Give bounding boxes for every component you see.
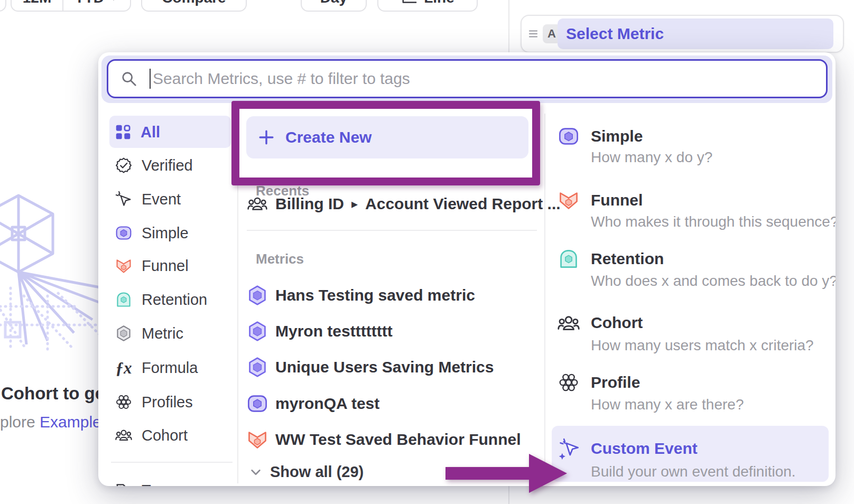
sidebar-divider bbox=[111, 462, 233, 463]
sidebar-item-metric[interactable]: Metric bbox=[107, 318, 234, 349]
sidebar-item-verified[interactable]: Verified bbox=[107, 150, 234, 181]
sidebar-item-funnel[interactable]: Funnel bbox=[107, 250, 234, 281]
background-subline-gray: plore bbox=[0, 413, 40, 431]
saved-metric-name: Myron testttttttt bbox=[275, 322, 393, 340]
sidebar-item-label: Simple bbox=[142, 225, 189, 242]
type-profile-desc: How many x are there? bbox=[591, 396, 744, 414]
chart-type-label: Line bbox=[424, 0, 454, 6]
sidebar-item-label: Formula bbox=[142, 359, 198, 377]
sidebar-item-label: Tags bbox=[142, 482, 174, 487]
select-metric-placeholder: Select Metric bbox=[566, 25, 664, 43]
saved-metric-row[interactable]: Hans Testing saved metric bbox=[247, 282, 537, 309]
sidebar-item-simple[interactable]: Simple bbox=[107, 218, 234, 248]
chart-type-button[interactable]: Line bbox=[377, 0, 478, 12]
sidebar-item-label: Retention bbox=[142, 291, 207, 309]
retention-icon bbox=[115, 291, 132, 308]
type-funnel[interactable]: Funnel bbox=[591, 190, 643, 210]
saved-metric-row[interactable]: WW Test Saved Behavior Funnel bbox=[247, 426, 537, 453]
sidebar-item-profiles[interactable]: Profiles bbox=[107, 387, 234, 417]
saved-metric-name: WW Test Saved Behavior Funnel bbox=[275, 431, 521, 449]
show-all-button[interactable]: Show all (29) bbox=[250, 463, 364, 481]
profiles-cluster-icon bbox=[557, 372, 580, 393]
simple-metric-icon bbox=[115, 225, 132, 241]
list-types-divider bbox=[544, 114, 545, 483]
granularity-button[interactable]: Day bbox=[301, 0, 367, 12]
search-input[interactable] bbox=[153, 70, 826, 88]
type-custom-event-desc: Build your own event definition. bbox=[591, 463, 796, 481]
select-metric-field[interactable]: Select Metric bbox=[558, 18, 833, 49]
sidebar-item-label: Funnel bbox=[142, 257, 189, 275]
type-profile[interactable]: Profile bbox=[591, 372, 640, 393]
search-bar bbox=[107, 59, 828, 98]
sidebar-item-retention[interactable]: Retention bbox=[107, 284, 234, 315]
event-cursor-icon bbox=[115, 191, 132, 208]
saved-metric-row[interactable]: Unique Users Saving Metrics bbox=[247, 353, 537, 381]
saved-metric-name: Unique Users Saving Metrics bbox=[275, 358, 494, 376]
sidebar-item-label: Profiles bbox=[142, 394, 193, 411]
annotation-arrow-shaft bbox=[445, 467, 530, 480]
annotation-rectangle bbox=[231, 101, 540, 185]
sidebar-item-cohort[interactable]: Cohort bbox=[107, 420, 234, 451]
text-caret bbox=[150, 69, 151, 89]
recent-item-prefix: Billing ID bbox=[275, 195, 344, 213]
sidebar-item-label: Cohort bbox=[142, 427, 188, 444]
type-cohort-desc: How many users match x criteria? bbox=[591, 337, 814, 354]
sidebar-item-all[interactable]: All bbox=[107, 117, 234, 147]
drag-handle-icon[interactable] bbox=[528, 29, 539, 39]
funnel-icon bbox=[557, 190, 580, 211]
range-ytd-button[interactable]: YTD bbox=[63, 0, 130, 11]
cohort-people-icon bbox=[247, 194, 267, 214]
recent-item-suffix: Account Viewed Report ... bbox=[365, 195, 561, 213]
tag-icon bbox=[115, 482, 132, 486]
sidebar-item-formula[interactable]: ƒx Formula bbox=[107, 352, 234, 383]
empty-state-illustration bbox=[0, 174, 107, 360]
type-custom-event[interactable]: Custom Event bbox=[591, 438, 698, 459]
search-icon bbox=[121, 71, 137, 87]
type-funnel-desc: Who makes it through this sequence? bbox=[591, 213, 836, 231]
type-cohort[interactable]: Cohort bbox=[591, 313, 643, 333]
show-all-label: Show all (29) bbox=[270, 463, 364, 481]
cohort-people-icon bbox=[557, 312, 580, 334]
granularity-label: Day bbox=[320, 0, 347, 6]
sidebar-item-tags-partial[interactable]: Tags bbox=[107, 475, 234, 486]
saved-metric-row[interactable]: Myron testttttttt bbox=[247, 318, 537, 345]
toolbar-fragment-button[interactable] bbox=[0, 0, 6, 12]
sidebar-item-label: All bbox=[141, 124, 160, 141]
formula-fx-icon: ƒx bbox=[115, 360, 132, 376]
metric-hexagon-gray-icon bbox=[115, 325, 132, 342]
type-simple-desc: How many x do y? bbox=[591, 148, 712, 166]
recents-metrics-divider bbox=[247, 230, 537, 231]
grid-icon bbox=[115, 124, 131, 140]
simple-metric-icon bbox=[557, 126, 580, 147]
line-chart-icon bbox=[401, 0, 417, 6]
profiles-cluster-icon bbox=[115, 394, 132, 410]
range-ytd-label: YTD bbox=[75, 0, 104, 6]
type-retention-desc: Who does x and comes back to do y? bbox=[591, 272, 836, 290]
recent-item-row[interactable]: Billing ID ▸ Account Viewed Report ... bbox=[247, 190, 537, 218]
background-headline-fragment: Cohort to ge bbox=[1, 384, 105, 404]
retention-icon bbox=[557, 248, 580, 269]
metric-hexagon-icon bbox=[247, 284, 268, 306]
app-screen: 12M YTD Compare Day Line Cohort to ge bbox=[0, 0, 854, 504]
sidebar-item-label: Event bbox=[142, 191, 181, 208]
sidebar-item-event[interactable]: Event bbox=[107, 184, 234, 214]
compare-label: Compare bbox=[162, 0, 226, 6]
metric-hexagon-icon bbox=[247, 320, 268, 342]
verified-seal-icon bbox=[115, 157, 132, 174]
type-retention[interactable]: Retention bbox=[591, 249, 664, 269]
range-12m-label: 12M bbox=[23, 0, 51, 6]
compare-button[interactable]: Compare bbox=[141, 0, 247, 12]
annotation-arrow-head bbox=[529, 454, 567, 493]
chevron-down-icon bbox=[108, 0, 119, 3]
sidebar-item-label: Metric bbox=[142, 325, 183, 342]
funnel-icon bbox=[115, 257, 132, 274]
metric-query-row: A Select Metric bbox=[521, 15, 844, 53]
range-12m-button[interactable]: 12M bbox=[12, 0, 62, 11]
chevron-down-icon bbox=[250, 466, 262, 478]
funnel-icon bbox=[247, 428, 268, 451]
type-simple[interactable]: Simple bbox=[591, 126, 643, 146]
saved-metric-name: myronQA test bbox=[275, 395, 379, 413]
sidebar-item-label: Verified bbox=[142, 157, 193, 174]
date-range-control: 12M YTD bbox=[11, 0, 131, 12]
saved-metric-row[interactable]: myronQA test bbox=[247, 390, 537, 417]
